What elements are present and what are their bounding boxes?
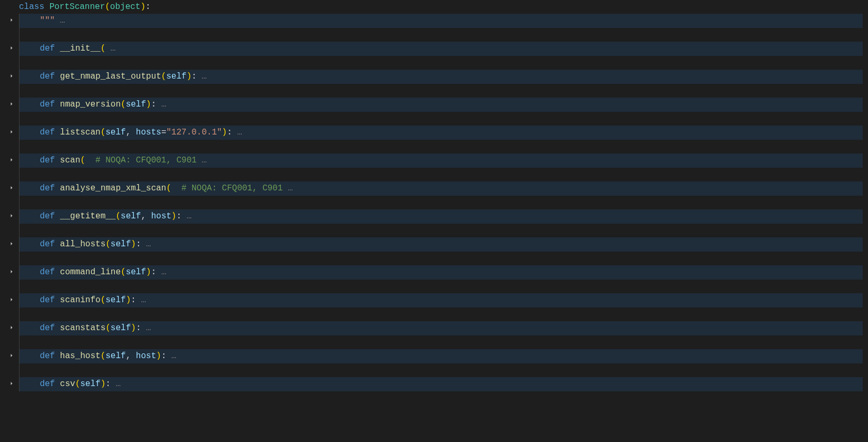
fold-arrow-icon[interactable]	[8, 14, 15, 28]
code-line[interactable]: def csv(self): …	[4, 378, 868, 392]
indent-whitespace	[19, 226, 40, 235]
code-content[interactable]: def scanstats(self): …	[19, 321, 863, 335]
fold-arrow-icon[interactable]	[8, 154, 15, 168]
code-line[interactable]: class PortScanner(object):	[4, 0, 868, 14]
fold-arrow-icon[interactable]	[8, 294, 15, 308]
code-content[interactable]: def csv(self): …	[19, 377, 863, 391]
code-content[interactable]: def get_nmap_last_output(self): …	[19, 70, 863, 84]
code-line[interactable]	[4, 56, 868, 70]
code-content[interactable]: def has_host(self, host): …	[19, 349, 863, 363]
code-line[interactable]: def __init__( …	[4, 42, 868, 56]
gutter	[4, 14, 19, 28]
code-content[interactable]: def listscan(self, hosts="127.0.0.1"): …	[19, 126, 863, 140]
token-punct	[55, 100, 60, 110]
code-line[interactable]: def scaninfo(self): …	[4, 294, 868, 308]
token-bracket-y: )	[140, 2, 145, 12]
code-editor[interactable]: class PortScanner(object): """ … def __i…	[0, 0, 868, 391]
code-content[interactable]	[19, 168, 863, 182]
token-kw: def	[40, 100, 55, 110]
code-line[interactable]: def command_line(self): …	[4, 266, 868, 280]
fold-arrow-icon[interactable]	[8, 42, 15, 56]
code-line[interactable]	[4, 168, 868, 182]
code-content[interactable]	[19, 224, 863, 238]
code-line[interactable]: def scanstats(self): …	[4, 322, 868, 336]
code-content[interactable]: def command_line(self): …	[19, 265, 863, 280]
token-param: self	[121, 212, 141, 222]
code-content[interactable]	[19, 308, 863, 322]
fold-arrow-icon[interactable]	[8, 70, 15, 84]
token-param: hosts	[136, 128, 161, 138]
code-content[interactable]: def nmap_version(self): …	[19, 98, 863, 112]
code-content[interactable]	[19, 363, 863, 378]
code-line[interactable]	[4, 84, 868, 98]
token-fold-dots: …	[181, 212, 191, 222]
token-bracket-y: (	[121, 100, 126, 110]
token-fn: analyse_nmap_xml_scan	[60, 184, 167, 194]
fold-arrow-icon[interactable]	[8, 210, 15, 224]
code-content[interactable]	[19, 280, 863, 294]
fold-arrow-icon[interactable]	[8, 322, 15, 335]
token-punct	[171, 184, 181, 194]
code-line[interactable]: def has_host(self, host): …	[4, 350, 868, 364]
code-line[interactable]: def analyse_nmap_xml_scan( # NOQA: CFQ00…	[4, 182, 868, 196]
token-fold-dots: …	[197, 72, 207, 82]
code-content[interactable]	[19, 112, 863, 126]
gutter	[4, 70, 19, 84]
token-builtin: object	[110, 2, 141, 12]
code-line[interactable]	[4, 28, 868, 42]
code-line[interactable]: def scan( # NOQA: CFQ001, C901 …	[4, 154, 868, 168]
code-line[interactable]	[4, 196, 868, 210]
fold-arrow-icon[interactable]	[8, 378, 15, 391]
fold-arrow-icon[interactable]	[8, 182, 15, 196]
code-line[interactable]: def listscan(self, hosts="127.0.0.1"): …	[4, 126, 868, 140]
token-param: self	[105, 128, 125, 138]
code-line[interactable]	[4, 112, 868, 126]
code-content[interactable]: def analyse_nmap_xml_scan( # NOQA: CFQ00…	[19, 181, 863, 196]
code-line[interactable]: def get_nmap_last_output(self): …	[4, 70, 868, 84]
code-content[interactable]: def __init__( …	[19, 42, 863, 56]
indent-whitespace	[19, 86, 40, 95]
token-punct	[55, 296, 60, 305]
code-content[interactable]: class PortScanner(object):	[19, 0, 863, 14]
code-content[interactable]: """ …	[19, 14, 863, 28]
code-content[interactable]	[19, 252, 863, 266]
code-content[interactable]	[19, 56, 863, 70]
code-content[interactable]: def all_hosts(self): …	[19, 237, 863, 252]
fold-arrow-icon[interactable]	[8, 266, 15, 280]
code-content[interactable]: def __getitem__(self, host): …	[19, 209, 863, 224]
code-line[interactable]: """ …	[4, 14, 868, 28]
indent-whitespace	[19, 380, 40, 389]
code-line[interactable]: def all_hosts(self): …	[4, 238, 868, 252]
code-line[interactable]	[4, 280, 868, 294]
fold-arrow-icon[interactable]	[8, 98, 15, 112]
token-punct	[55, 72, 60, 82]
token-fn: __getitem__	[60, 212, 116, 222]
token-fold-dots: …	[156, 100, 166, 110]
code-line[interactable]	[4, 363, 868, 378]
code-content[interactable]	[19, 84, 863, 98]
code-content[interactable]	[19, 140, 863, 154]
fold-arrow-icon[interactable]	[8, 238, 15, 252]
token-bracket-y: )	[126, 296, 131, 305]
token-comment: # NOQA: CFQ001, C901	[181, 184, 282, 194]
code-line[interactable]: def nmap_version(self): …	[4, 98, 868, 112]
fold-arrow-icon[interactable]	[8, 350, 15, 363]
code-content[interactable]: def scaninfo(self): …	[19, 293, 863, 308]
code-content[interactable]	[19, 335, 863, 350]
indent-whitespace	[19, 324, 40, 333]
token-kw: def	[40, 184, 55, 194]
token-fn: all_hosts	[60, 240, 105, 249]
token-kw: def	[40, 72, 55, 82]
token-bracket-y: (	[101, 128, 106, 138]
token-punct	[85, 156, 95, 166]
code-content[interactable]: def scan( # NOQA: CFQ001, C901 …	[19, 153, 863, 168]
code-line[interactable]	[4, 308, 868, 322]
code-line[interactable]: def __getitem__(self, host): …	[4, 210, 868, 224]
code-content[interactable]	[19, 28, 863, 42]
code-line[interactable]	[4, 335, 868, 350]
fold-arrow-icon[interactable]	[8, 126, 15, 140]
code-content[interactable]	[19, 196, 863, 210]
code-line[interactable]	[4, 140, 868, 154]
code-line[interactable]	[4, 224, 868, 238]
code-line[interactable]	[4, 252, 868, 266]
